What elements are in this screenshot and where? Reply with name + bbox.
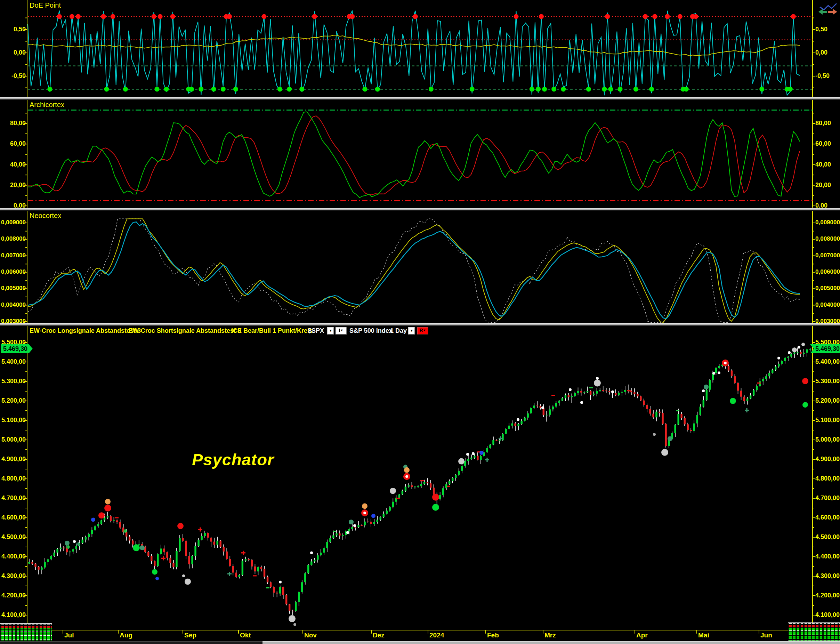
axis-tick-label: 5.200,00 [1, 397, 26, 404]
data-overview-block-right [788, 623, 840, 641]
axis-tick-label: -0,50 [1, 72, 26, 80]
panel-divider-2[interactable] [0, 208, 840, 211]
chevron-down-icon: ▼ [423, 329, 426, 332]
axis-tick-label: 4.300,00 [1, 572, 26, 580]
axis-tick-label: 4.900,00 [1, 455, 26, 463]
axis-tick-label: 60,00 [1, 140, 26, 148]
chevron-down-icon: ▼ [340, 329, 343, 332]
axis-tick-label: -0,50 [815, 72, 830, 80]
axis-tick-label: 4.400,00 [1, 553, 26, 560]
month-label-Feb: Feb [487, 631, 499, 639]
axis-tick-label: 0,005000 [1, 285, 26, 292]
axis-tick-label: 40,00 [1, 161, 26, 168]
axis-tick-label: 0,004000 [1, 301, 26, 309]
axis-tick-label: 5.300,00 [815, 378, 840, 385]
axis-tick-label: 80,00 [1, 120, 26, 127]
axis-tick-label: 4.500,00 [815, 534, 840, 541]
axis-tick-label: 20,00 [815, 182, 831, 189]
axis-tick-label: 4.500,00 [1, 534, 26, 541]
axis-tick-label: 4.700,00 [815, 495, 840, 502]
month-label-Sep: Sep [184, 631, 197, 639]
arrow-right-icon [828, 9, 837, 15]
axis-tick-label: 0,003000 [815, 318, 840, 325]
timeframe-dropdown-button[interactable]: ▼ [408, 327, 415, 335]
axis-tick-label: 0,006000 [815, 268, 840, 275]
panel-divider-3[interactable] [0, 323, 840, 326]
panel-title-neocortex: Neocortex [30, 212, 61, 220]
axis-tick-label: 5.400,00 [1, 358, 26, 365]
month-label-Jun: Jun [760, 631, 772, 639]
signal-label-short: EW-Croc Shortsignale Abstandstest 3 [129, 327, 241, 335]
pan-navigation-icon[interactable] [817, 2, 838, 15]
axis-tick-label: 0,006000 [1, 268, 26, 275]
axis-tick-label: 5.100,00 [1, 417, 26, 424]
panel-title-archicortex: Archicortex [30, 101, 64, 109]
axis-tick-label: 0.00 [1, 202, 26, 209]
axis-tick-label: 5.000,00 [1, 436, 26, 444]
axis-tick-label: 4.800,00 [1, 475, 26, 482]
axis-tick-label: 5.400,00 [815, 358, 840, 365]
panel-divider-1[interactable] [0, 97, 840, 100]
axis-tick-label: 40,00 [815, 161, 831, 168]
axis-tick-label: 4.700,00 [1, 495, 26, 502]
month-label-Jul: Jul [64, 631, 74, 639]
month-label-Apr: Apr [636, 631, 648, 639]
month-label-Dez: Dez [373, 631, 384, 639]
month-label-2024: 2024 [429, 631, 444, 639]
chevron-down-icon: ▼ [410, 329, 413, 332]
axis-tick-label: 4.200,00 [815, 592, 840, 599]
axis-tick-label: 0,00 [815, 49, 827, 56]
axis-tick-label: 4.100,00 [815, 611, 840, 619]
replay-button[interactable]: R▼ [417, 327, 428, 335]
data-overview-block-left [0, 623, 52, 642]
zigzag-icon [820, 3, 837, 10]
axis-tick-label: 5.500,00 [815, 339, 840, 346]
signal-label-ice: ICE Bear/Bull 1 Punkt/Kreis [231, 327, 313, 335]
axis-tick-label: 5.100,00 [815, 417, 840, 424]
charting-window: DoE Point Archicortex Neocortex EW-Croc … [0, 0, 840, 644]
index-name-label: S&P 500 Index [349, 327, 392, 335]
axis-tick-label: 80,00 [815, 120, 831, 127]
axis-tick-label: 4.600,00 [1, 514, 26, 521]
horizontal-scrollbar-thumb[interactable] [262, 641, 840, 644]
axis-tick-label: 4.200,00 [1, 592, 26, 599]
indicator-dropdown-button[interactable]: I▼ [336, 327, 347, 335]
symbol-label[interactable]: $SPX [308, 327, 324, 335]
axis-tick-label: 0.00 [815, 202, 827, 209]
axis-tick-label: 20,00 [1, 182, 26, 189]
axis-tick-label: 5.300,00 [1, 378, 26, 385]
axis-tick-label: 0,008000 [815, 235, 840, 242]
chevron-down-icon: ▼ [329, 329, 332, 332]
axis-tick-label: 0,50 [815, 26, 827, 33]
axis-tick-label: 4.600,00 [815, 514, 840, 521]
timeframe-label[interactable]: 1 Day [390, 327, 407, 335]
axis-tick-label: 60,00 [815, 140, 831, 148]
arrow-left-icon [819, 9, 827, 15]
signal-label-long: EW-Croc Longsignale Abstandstest 3 [30, 327, 141, 335]
axis-tick-label: 4.900,00 [815, 455, 840, 463]
axis-tick-label: 0,005000 [815, 285, 840, 292]
axis-tick-label: 4.300,00 [815, 572, 840, 580]
axis-tick-label: 0,50 [1, 26, 26, 33]
axis-tick-label: 4.400,00 [815, 553, 840, 560]
axis-tick-label: 0,009000 [1, 219, 26, 226]
axis-tick-label: 4.100,00 [1, 611, 26, 619]
watermark-psychator: Psychator [192, 450, 274, 469]
axis-tick-label: 0,003000 [1, 318, 26, 325]
axis-tick-label: 5.500,00 [1, 339, 26, 346]
symbol-dropdown-button[interactable]: ▼ [327, 327, 334, 335]
axis-tick-label: 0,00 [1, 49, 26, 56]
month-label-Mai: Mai [698, 631, 709, 639]
axis-tick-label: 0,007000 [815, 252, 840, 259]
month-label-Nov: Nov [304, 631, 317, 639]
axis-tick-label: 5.200,00 [815, 397, 840, 404]
month-label-Aug: Aug [120, 631, 133, 639]
panel-title-doe-point: DoE Point [30, 2, 61, 9]
axis-tick-label: 0,007000 [1, 252, 26, 259]
axis-tick-label: 0,008000 [1, 235, 26, 242]
month-label-Okt: Okt [240, 631, 251, 639]
axis-tick-label: 0,004000 [815, 301, 840, 309]
axis-tick-label: 4.800,00 [815, 475, 840, 482]
month-label-Mrz: Mrz [545, 631, 556, 639]
axis-tick-label: 5.000,00 [815, 436, 840, 444]
